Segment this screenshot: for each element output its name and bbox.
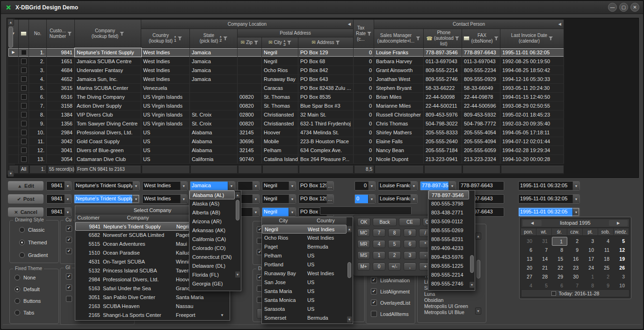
cell-tax-rate[interactable]: 0: [354, 57, 374, 66]
cell-customer-number[interactable]: 1651: [47, 57, 75, 66]
popup-col-customer[interactable]: Customer: [75, 214, 101, 222]
calc-key[interactable]: 4: [373, 240, 385, 248]
cell-last-invoice-date[interactable]: 1992-03-20 09:35:40: [500, 119, 564, 128]
col-header-country[interactable]: Country(lookup list) 1: [141, 29, 190, 48]
cell-sales-manager[interactable]: Elaine Falls: [374, 137, 424, 146]
cell-last-invoice-date[interactable]: 1994-05-05 17:18:11: [500, 128, 564, 137]
scrollbar-thumb[interactable]: [236, 200, 239, 220]
cell-last-invoice-date[interactable]: 1994-12-16 05:30:33: [500, 75, 564, 83]
city-list-item[interactable]: PelhamUS: [262, 251, 347, 260]
cell-fax[interactable]: 809-555-2234: [462, 66, 500, 74]
city-list-item[interactable]: NegrilWest Indies: [262, 225, 347, 234]
calendar-day[interactable]: 4: [598, 237, 614, 246]
cell-tax-rate[interactable]: 0: [354, 137, 374, 146]
phone-list-item[interactable]: 809-555-2746: [428, 279, 469, 288]
calendar-day[interactable]: 17: [583, 255, 598, 264]
cell-state[interactable]: Jamaica: [190, 57, 238, 66]
check-option[interactable]: OverlayedList: [371, 300, 415, 306]
cell-customer-number[interactable]: 1384: [47, 110, 75, 119]
row-checkbox[interactable]: [19, 146, 29, 154]
cell-city[interactable]: Negril: [262, 57, 298, 66]
popup-col-company[interactable]: Company: [101, 214, 174, 222]
row-checkbox[interactable]: [19, 75, 29, 83]
cell-company[interactable]: Underwater Fantasy: [75, 66, 141, 74]
city-list-item[interactable]: Santa MariaUS: [262, 287, 347, 296]
cell-city[interactable]: Mobile: [262, 137, 298, 146]
sales-manager-editor[interactable]: Louise Franks▼: [378, 194, 418, 204]
cell-address[interactable]: PO Box 643: [298, 75, 354, 83]
cell-last-invoice-date[interactable]: 1995-02-01 18:45:23: [500, 110, 564, 119]
cell-phone[interactable]: 011-3-697043: [424, 57, 462, 66]
calendar-day[interactable]: 8: [552, 246, 567, 255]
cell-company[interactable]: Gold Coast Supply: [75, 137, 141, 146]
city-list-item[interactable]: PagetBermuda: [262, 242, 347, 251]
phone-list-item[interactable]: 809-555-1225: [428, 262, 469, 271]
scroll-up-icon[interactable]: ▲: [347, 226, 352, 233]
row-checkbox[interactable]: [19, 155, 29, 163]
band-company-location[interactable]: Company Location◀: [141, 20, 354, 29]
city-list-item[interactable]: San JoseUS: [262, 278, 347, 287]
cell-sales-manager[interactable]: Nancy Bean: [374, 146, 424, 154]
table-row[interactable]: 7. 3158 Action Diver Supply US Virgin Is…: [8, 102, 564, 110]
calc-ce-button[interactable]: CE: [399, 218, 420, 226]
calendar-day[interactable]: 15: [552, 255, 567, 264]
cell-customer-number[interactable]: 4684: [47, 66, 75, 74]
calendar-day[interactable]: 16: [567, 255, 583, 264]
cell-fax[interactable]: 58-33-66049: [462, 84, 500, 92]
cell-address[interactable]: PO Box 82438 Zulu ...: [298, 84, 354, 92]
cell-company[interactable]: The Diving Company: [75, 93, 141, 101]
cell-city[interactable]: Christiansted: [262, 110, 298, 119]
country-editor[interactable]: West Indies▼: [142, 181, 188, 191]
cell-customer-number[interactable]: 4652: [47, 75, 75, 83]
row-checkbox[interactable]: [19, 48, 29, 57]
filter-icon[interactable]: [120, 32, 124, 36]
cell-customer-number[interactable]: 1356: [47, 119, 75, 128]
calendar-day[interactable]: 11: [598, 246, 614, 255]
scroll-down-icon[interactable]: ▼: [347, 316, 352, 323]
theme-item[interactable]: Obsidian: [424, 297, 443, 303]
filter-icon[interactable]: [67, 32, 72, 36]
row-checkbox[interactable]: [19, 102, 29, 110]
table-row[interactable]: 13. 3054 Catamaran Dive Club US Californ…: [8, 155, 564, 164]
cell-tax-rate[interactable]: 0: [354, 119, 374, 128]
scroll-down-icon[interactable]: ▼: [469, 281, 475, 288]
cell-city[interactable]: St. Thomas: [262, 102, 298, 110]
cell-fax[interactable]: 213-223-2324: [462, 155, 500, 163]
cell-customer-number[interactable]: 9841: [47, 48, 75, 57]
cell-phone[interactable]: 205-555-7184: [424, 146, 462, 154]
cell-last-invoice-date[interactable]: 1994-08-25 18:50:42: [500, 66, 564, 74]
cell-zip[interactable]: 00820: [238, 102, 262, 110]
cell-fax[interactable]: 22-44-09878: [462, 93, 500, 101]
filter-icon[interactable]: [223, 37, 227, 40]
cell-zip[interactable]: [238, 57, 262, 66]
state-list-item[interactable]: Delaware (DL): [189, 262, 235, 271]
calendar-day[interactable]: 9: [567, 246, 583, 255]
scroll-up-icon[interactable]: ▲: [7, 19, 14, 26]
col-header-zip[interactable]: ✉Zip: [238, 37, 262, 48]
calendar-day[interactable]: 25: [598, 264, 614, 272]
row-checkbox[interactable]: [19, 93, 29, 101]
cell-tax-rate[interactable]: 0: [354, 93, 374, 101]
scrollbar-thumb[interactable]: [347, 262, 351, 278]
scroll-up-icon[interactable]: ▲: [235, 191, 240, 198]
cell-address[interactable]: PO Box 8535: [298, 93, 354, 101]
cell-state[interactable]: Jamaica: [190, 66, 238, 74]
city-list-item[interactable]: Santa MonicaUS: [262, 296, 347, 305]
col-header-state[interactable]: State(pick list) 2: [190, 29, 238, 48]
calendar-day[interactable]: 29: [552, 272, 567, 281]
cell-address[interactable]: 32 Main St.: [298, 110, 354, 119]
cell-state[interactable]: [190, 84, 238, 92]
today-checkbox[interactable]: [551, 291, 556, 296]
customer-number-editor[interactable]: 9841▼: [46, 194, 72, 204]
state-list-item[interactable]: Alberta (AB): [189, 208, 235, 217]
cell-tax-rate[interactable]: 0: [354, 48, 374, 57]
cell-no[interactable]: 13.: [29, 155, 47, 163]
date-editor[interactable]: 1995-11-01 06:32:05▼: [518, 194, 580, 204]
cell-sales-manager[interactable]: Russell Christopher: [374, 110, 424, 119]
cell-customer-number[interactable]: 3054: [47, 155, 75, 163]
city-editor[interactable]: Negril▼: [262, 207, 296, 217]
cell-last-invoice-date[interactable]: 1994-10-20 00:00:28: [500, 155, 564, 163]
radio-option[interactable]: None: [14, 274, 58, 281]
calc-key[interactable]: 2: [388, 251, 401, 259]
cell-state[interactable]: Alabama: [190, 146, 238, 154]
